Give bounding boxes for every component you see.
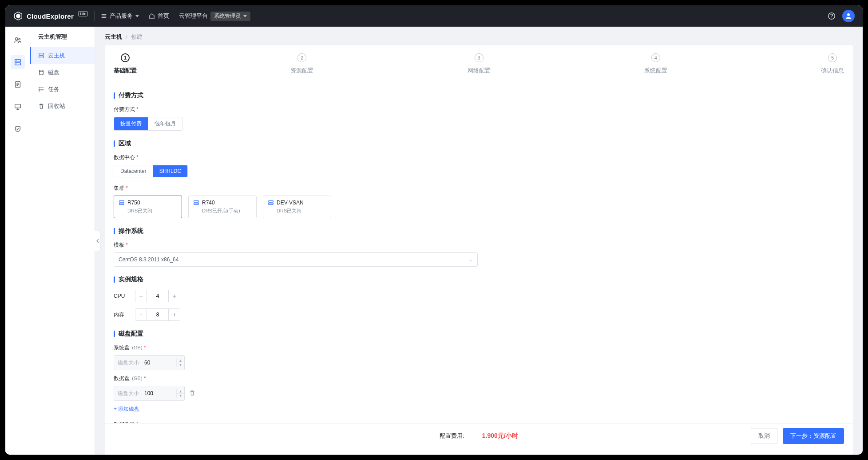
rail-item-monitor[interactable] [11, 100, 25, 114]
disk-unit: (GB) [132, 345, 142, 350]
svg-point-11 [16, 64, 16, 64]
breadcrumb-current: 创建 [131, 33, 143, 41]
svg-rect-32 [269, 201, 273, 203]
datacenter-option-1[interactable]: SHHLDC [153, 165, 187, 177]
svg-point-6 [15, 38, 17, 40]
billing-option-pay-as-you-go[interactable]: 按量付费 [114, 117, 148, 130]
nav-products-label: 产品服务 [110, 12, 133, 20]
system-disk-label: 系统盘 (GB) [114, 344, 841, 352]
mem-label: 内存 [114, 311, 130, 319]
sidebar-item-disk[interactable]: 磁盘 [30, 64, 95, 81]
rail-item-cloud-host[interactable] [11, 55, 25, 69]
template-value: CentOS 8.3.2011 x86_64 [119, 256, 178, 263]
body: 云主机管理 云主机 磁盘 任务 [5, 27, 863, 455]
home-icon [149, 13, 155, 19]
sidebar-items: 云主机 磁盘 任务 回收站 [30, 47, 95, 115]
sidebar-title: 云主机管理 [30, 27, 95, 47]
topbar: CloudExplorer Lite 产品服务 首页 云管理平台 [5, 5, 863, 27]
section-disk-title: 磁盘配置 [114, 330, 841, 338]
disk-unit: (GB) [132, 376, 142, 381]
rail-item-org[interactable] [11, 33, 25, 47]
step-5[interactable]: 5 确认信息 [821, 53, 844, 75]
mem-row: 内存 − + [114, 308, 841, 321]
svg-point-10 [16, 60, 16, 61]
sidebar-item-cloud-host[interactable]: 云主机 [30, 47, 95, 64]
step-2[interactable]: 2 资源配置 [290, 53, 313, 75]
spin-up[interactable]: ▲ [177, 389, 184, 393]
svg-rect-30 [194, 201, 199, 203]
template-label: 模板 [114, 241, 841, 249]
form-card: 1 基础配置 2 资源配置 3 网络配置 [105, 45, 853, 455]
svg-rect-28 [119, 201, 124, 203]
step-circle: 1 [121, 53, 130, 62]
svg-rect-33 [269, 203, 273, 205]
rail-item-billing[interactable] [11, 77, 25, 92]
data-disk-input[interactable] [143, 390, 176, 396]
billing-option-subscription[interactable]: 包年包月 [148, 117, 182, 130]
mem-input[interactable] [147, 309, 168, 320]
cluster-icon [268, 200, 274, 206]
cluster-card-r740[interactable]: R740 DRS已开启(手动) [188, 196, 257, 218]
spin-down[interactable]: ▼ [177, 393, 184, 398]
template-select[interactable]: CentOS 8.3.2011 x86_64 ⌄ [114, 252, 478, 267]
mem-decrement[interactable]: − [135, 309, 147, 320]
system-disk-label-text: 系统盘 [114, 344, 130, 351]
step-4[interactable]: 4 系统配置 [644, 53, 667, 75]
add-disk-link[interactable]: + 添加磁盘 [114, 405, 139, 413]
step-line [316, 58, 464, 58]
cluster-name: DEV-VSAN [277, 200, 304, 206]
cluster-icon [193, 200, 199, 206]
spin-down[interactable]: ▼ [177, 363, 184, 367]
user-avatar[interactable] [842, 10, 855, 22]
datacenter-option-0[interactable]: Datacenter [114, 165, 153, 177]
breadcrumb: 云主机 / 创建 [95, 27, 863, 45]
cpu-increment[interactable]: + [168, 290, 180, 302]
data-disk-label-text: 数据盘 [114, 375, 130, 381]
role-badge[interactable]: 系统管理员 [210, 12, 250, 21]
step-3[interactable]: 3 网络配置 [468, 53, 491, 75]
server-icon [14, 58, 22, 66]
system-disk-input[interactable] [143, 360, 176, 366]
datacenter-label: 数据中心 [114, 154, 841, 161]
mem-stepper: − + [135, 308, 180, 321]
chevron-left-icon [96, 239, 99, 243]
cluster-card-dev-vsan[interactable]: DEV-VSAN DRS已关闭 [263, 196, 331, 218]
help-button[interactable] [825, 10, 838, 22]
server-icon [38, 52, 44, 59]
list-icon [38, 86, 44, 92]
data-disk-delete[interactable] [189, 390, 195, 397]
nav-home-label: 首页 [158, 12, 169, 20]
breadcrumb-root[interactable]: 云主机 [105, 33, 122, 41]
rail-item-security[interactable] [11, 122, 25, 136]
cluster-card-r750[interactable]: R750 DRS已关闭 [114, 196, 182, 218]
cpu-input[interactable] [147, 290, 168, 302]
sidebar-item-label: 云主机 [48, 52, 65, 60]
nav-products[interactable]: 产品服务 [101, 12, 139, 20]
logo-lite-badge: Lite [78, 11, 88, 16]
spin-up[interactable]: ▲ [177, 359, 184, 363]
step-1[interactable]: 1 基础配置 [114, 53, 137, 75]
cluster-row: R750 DRS已关闭 R740 DRS已开启(手动) [114, 196, 841, 218]
disk-size-placeholder: 磁盘大小 [114, 390, 143, 397]
app-root: CloudExplorer Lite 产品服务 首页 云管理平台 [5, 5, 863, 455]
billing-segment: 按量付费 包年包月 [114, 117, 182, 131]
sidebar-collapse-handle[interactable] [95, 231, 101, 251]
data-disk-label: 数据盘 (GB) [114, 375, 841, 382]
nav-platform[interactable]: 云管理平台 系统管理员 [179, 12, 250, 21]
nav-home[interactable]: 首页 [149, 12, 169, 20]
sidebar-item-label: 磁盘 [48, 68, 59, 76]
svg-point-4 [831, 17, 832, 18]
sidebar-item-recycle[interactable]: 回收站 [30, 98, 95, 115]
sidebar-item-tasks[interactable]: 任务 [30, 81, 95, 98]
cancel-button[interactable]: 取消 [751, 428, 777, 444]
role-badge-label: 系统管理员 [214, 12, 241, 20]
form-scroll[interactable]: 付费方式 付费方式 按量付费 包年包月 区域 数据中心 Datacenter S… [114, 83, 844, 455]
logo-text: CloudExplorer [27, 12, 74, 20]
logo[interactable]: CloudExplorer Lite [13, 11, 88, 21]
step-label: 系统配置 [644, 67, 667, 75]
mem-increment[interactable]: + [168, 309, 180, 320]
svg-rect-29 [119, 203, 124, 205]
next-step-button[interactable]: 下一步：资源配置 [783, 428, 844, 444]
svg-rect-31 [194, 203, 199, 205]
cpu-decrement[interactable]: − [135, 290, 147, 302]
